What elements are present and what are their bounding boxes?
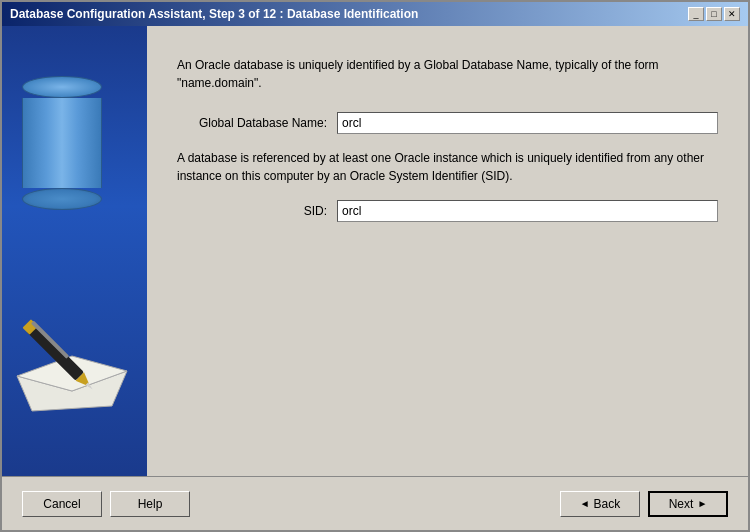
cancel-button[interactable]: Cancel	[22, 491, 102, 517]
close-button[interactable]: ✕	[724, 7, 740, 21]
pen-icon	[12, 296, 132, 416]
next-button[interactable]: Next ►	[648, 491, 728, 517]
global-db-input[interactable]	[337, 112, 718, 134]
sid-row: SID:	[177, 200, 718, 222]
title-bar: Database Configuration Assistant, Step 3…	[2, 2, 748, 26]
next-label: Next	[669, 497, 694, 511]
global-db-row: Global Database Name:	[177, 112, 718, 134]
back-label: Back	[594, 497, 621, 511]
description2-text: A database is referenced by at least one…	[177, 149, 718, 185]
right-panel: An Oracle database is uniquely identifie…	[147, 26, 748, 476]
window-title: Database Configuration Assistant, Step 3…	[10, 7, 418, 21]
footer: Cancel Help ◄ Back Next ►	[2, 476, 748, 530]
cylinder-bottom	[22, 188, 102, 210]
footer-left-buttons: Cancel Help	[22, 491, 190, 517]
minimize-button[interactable]: _	[688, 7, 704, 21]
footer-right-buttons: ◄ Back Next ►	[560, 491, 728, 517]
help-button[interactable]: Help	[110, 491, 190, 517]
database-icon	[22, 76, 102, 210]
cylinder-top	[22, 76, 102, 98]
title-bar-buttons: _ □ ✕	[688, 7, 740, 21]
description1-text: An Oracle database is uniquely identifie…	[177, 56, 718, 92]
illustration	[2, 26, 147, 476]
pen-svg	[12, 296, 132, 416]
sid-label: SID:	[177, 204, 337, 218]
content-area: An Oracle database is uniquely identifie…	[2, 26, 748, 476]
back-button[interactable]: ◄ Back	[560, 491, 640, 517]
left-panel	[2, 26, 147, 476]
back-arrow-icon: ◄	[580, 498, 590, 509]
next-arrow-icon: ►	[697, 498, 707, 509]
sid-input[interactable]	[337, 200, 718, 222]
maximize-button[interactable]: □	[706, 7, 722, 21]
cylinder-body	[22, 98, 102, 188]
main-window: Database Configuration Assistant, Step 3…	[0, 0, 750, 532]
global-db-label: Global Database Name:	[177, 116, 337, 130]
